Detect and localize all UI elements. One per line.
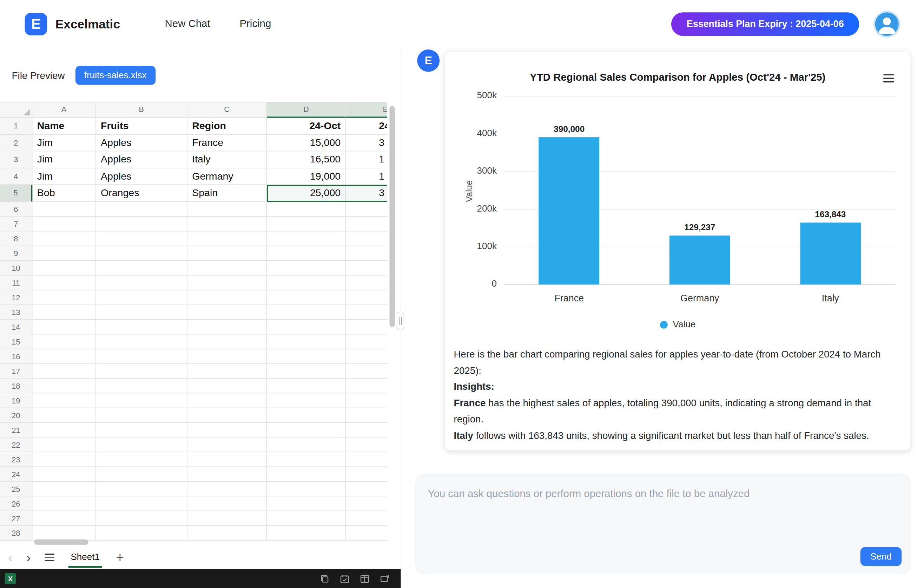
cell-A25[interactable]: [32, 481, 96, 496]
sheet-prev-icon[interactable]: ‹: [8, 551, 12, 563]
cell-B8[interactable]: [96, 231, 188, 246]
cell-D13[interactable]: [267, 305, 346, 320]
cell-D5[interactable]: 25,000: [267, 185, 346, 202]
cell-A18[interactable]: [32, 378, 96, 393]
cell-E15[interactable]: [346, 334, 387, 349]
cell-E24[interactable]: [346, 467, 387, 481]
cell-C3[interactable]: Italy: [188, 151, 267, 168]
calendar-check-icon[interactable]: [340, 573, 350, 584]
select-all-corner[interactable]: [0, 102, 32, 118]
cell-E18[interactable]: [346, 378, 387, 393]
row-number-9[interactable]: 9: [0, 246, 32, 261]
cell-D27[interactable]: [267, 511, 346, 525]
sheet-next-icon[interactable]: ›: [27, 551, 31, 563]
cell-D8[interactable]: [267, 231, 346, 246]
cell-D14[interactable]: [267, 320, 346, 334]
cell-E22[interactable]: [346, 437, 387, 452]
column-header-B[interactable]: B: [96, 102, 188, 118]
row-number-17[interactable]: 17: [0, 364, 32, 379]
row-number-4[interactable]: 4: [0, 168, 32, 185]
cell-A22[interactable]: [32, 437, 96, 452]
cell-C11[interactable]: [188, 275, 267, 290]
row-number-22[interactable]: 22: [0, 437, 32, 452]
cell-E28[interactable]: [346, 525, 387, 540]
cell-C12[interactable]: [188, 290, 267, 305]
cell-A6[interactable]: [32, 202, 96, 216]
row-number-19[interactable]: 19: [0, 393, 32, 408]
cell-E2[interactable]: 3: [346, 135, 387, 152]
cell-D17[interactable]: [267, 364, 346, 379]
cell-C7[interactable]: [188, 216, 267, 231]
cell-A20[interactable]: [32, 408, 96, 422]
cell-A10[interactable]: [32, 261, 96, 275]
row-number-20[interactable]: 20: [0, 408, 32, 422]
cell-E21[interactable]: [346, 422, 387, 437]
cell-B13[interactable]: [96, 305, 188, 320]
nav-pricing[interactable]: Pricing: [239, 18, 271, 30]
cell-E26[interactable]: [346, 496, 387, 511]
cell-A5[interactable]: Bob: [32, 185, 96, 202]
row-number-1[interactable]: 1: [0, 118, 32, 135]
cell-B20[interactable]: [96, 408, 188, 422]
cell-C16[interactable]: [188, 349, 267, 364]
cell-E27[interactable]: [346, 511, 387, 525]
cell-D12[interactable]: [267, 290, 346, 305]
cell-A3[interactable]: Jim: [32, 151, 96, 168]
cell-A1[interactable]: Name: [32, 118, 96, 135]
cell-E20[interactable]: [346, 408, 387, 422]
cell-D11[interactable]: [267, 275, 346, 290]
cell-B15[interactable]: [96, 334, 188, 349]
cell-A9[interactable]: [32, 246, 96, 261]
row-number-11[interactable]: 11: [0, 275, 32, 290]
vertical-scrollbar[interactable]: [390, 106, 395, 327]
cell-B9[interactable]: [96, 246, 188, 261]
cell-A26[interactable]: [32, 496, 96, 511]
cell-E8[interactable]: [346, 231, 387, 246]
row-number-5[interactable]: 5: [0, 185, 32, 202]
cell-A15[interactable]: [32, 334, 96, 349]
cell-D22[interactable]: [267, 437, 346, 452]
cell-C17[interactable]: [188, 364, 267, 379]
cell-C26[interactable]: [188, 496, 267, 511]
cell-B26[interactable]: [96, 496, 188, 511]
cell-D4[interactable]: 19,000: [267, 168, 346, 185]
cell-C20[interactable]: [188, 408, 267, 422]
plan-expiry-button[interactable]: Essentials Plan Expiry : 2025-04-06: [671, 12, 859, 35]
cell-B25[interactable]: [96, 481, 188, 496]
row-number-26[interactable]: 26: [0, 496, 32, 511]
row-number-14[interactable]: 14: [0, 320, 32, 334]
row-number-3[interactable]: 3: [0, 151, 32, 168]
cell-B16[interactable]: [96, 349, 188, 364]
cell-C14[interactable]: [188, 320, 267, 334]
row-number-15[interactable]: 15: [0, 334, 32, 349]
cell-C28[interactable]: [188, 525, 267, 540]
cell-C27[interactable]: [188, 511, 267, 525]
cell-A17[interactable]: [32, 364, 96, 379]
row-number-25[interactable]: 25: [0, 481, 32, 496]
cell-C8[interactable]: [188, 231, 267, 246]
cell-D25[interactable]: [267, 481, 346, 496]
row-number-6[interactable]: 6: [0, 202, 32, 216]
copy-icon[interactable]: [320, 573, 330, 584]
column-header-A[interactable]: A: [32, 102, 96, 118]
cell-E11[interactable]: [346, 275, 387, 290]
cell-D18[interactable]: [267, 378, 346, 393]
cell-D16[interactable]: [267, 349, 346, 364]
cell-A8[interactable]: [32, 231, 96, 246]
cell-A14[interactable]: [32, 320, 96, 334]
open-window-icon[interactable]: [380, 573, 390, 584]
cell-A13[interactable]: [32, 305, 96, 320]
cell-D9[interactable]: [267, 246, 346, 261]
cell-E10[interactable]: [346, 261, 387, 275]
cell-C19[interactable]: [188, 393, 267, 408]
cell-E7[interactable]: [346, 216, 387, 231]
row-number-27[interactable]: 27: [0, 511, 32, 525]
cell-A23[interactable]: [32, 452, 96, 467]
cell-D21[interactable]: [267, 422, 346, 437]
cell-B2[interactable]: Apples: [96, 135, 188, 152]
cell-B12[interactable]: [96, 290, 188, 305]
cell-E4[interactable]: 1: [346, 168, 387, 185]
cell-D10[interactable]: [267, 261, 346, 275]
cell-A11[interactable]: [32, 275, 96, 290]
add-sheet-icon[interactable]: +: [116, 551, 124, 564]
